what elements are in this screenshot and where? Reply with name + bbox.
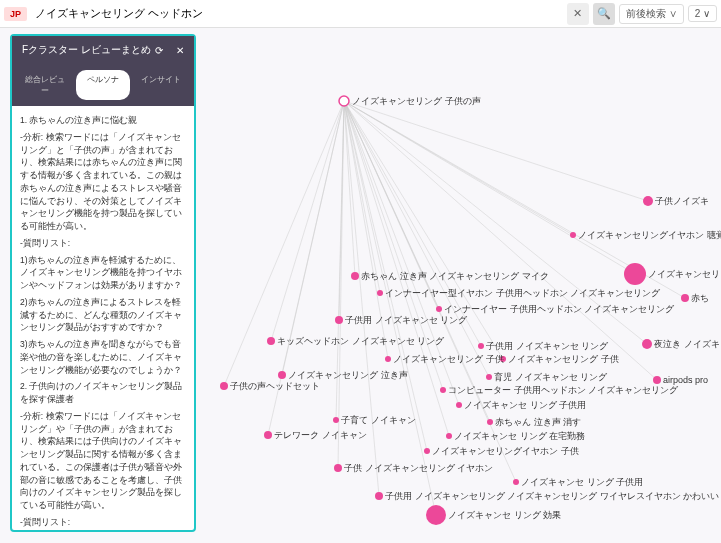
svg-point-50	[478, 343, 484, 349]
svg-point-66	[456, 402, 462, 408]
graph-node[interactable]: ノイズキャンセ リング 効果	[426, 505, 561, 525]
panel-text: 2. 子供向けのノイズキャンセリング製品を探す保護者	[20, 380, 186, 406]
graph-node[interactable]: 夜泣き ノイズキ	[642, 339, 720, 349]
svg-text:キッズヘッドホン ノイズキャンセ リング: キッズヘッドホン ノイズキャンセ リング	[277, 336, 445, 346]
graph-node[interactable]: 赤ち	[681, 293, 709, 303]
graph-node[interactable]: 子供用 ノイズキャンセ リング	[335, 315, 468, 325]
graph-node[interactable]: 赤ちゃん 泣き声 ノイズキャンセリング マイク	[351, 271, 549, 281]
svg-text:ノイズキャンセリング 泣き声: ノイズキャンセリング 泣き声	[288, 370, 408, 380]
panel-text: 1. 赤ちゃんの泣き声に悩む親	[20, 114, 186, 127]
svg-point-38	[681, 294, 689, 302]
graph-node[interactable]: 赤ちゃん 泣き声 消す	[487, 417, 581, 427]
graph-node[interactable]: 子供用 ノイズキャンセリング ノイズキャンセリング ワイヤレスイヤホン かわいい	[375, 491, 719, 501]
graph-node[interactable]: ノイズキャンセリング 子供	[385, 354, 504, 364]
svg-text:子供の声ヘッドセット: 子供の声ヘッドセット	[230, 381, 320, 391]
search-icon[interactable]: 🔍	[593, 3, 615, 25]
svg-text:ノイズキャンセリング: ノイズキャンセリング	[648, 269, 721, 279]
center-node[interactable]: ノイズキャンセリング 子供の声	[339, 96, 481, 106]
graph-node[interactable]: ノイズキャンセリングイヤホン 聴覚過敏 子供	[570, 230, 721, 240]
svg-text:インナーイヤー型イヤホン 子供用ヘッドホン ノイズキャンセリ: インナーイヤー型イヤホン 子供用ヘッドホン ノイズキャンセリング	[385, 288, 661, 298]
svg-point-58	[278, 371, 286, 379]
svg-text:子育て ノイキャン: 子育て ノイキャン	[341, 415, 416, 425]
svg-text:インナーイヤー 子供用ヘッドホン ノイズキャンセリング: インナーイヤー 子供用ヘッドホン ノイズキャンセリング	[444, 304, 675, 314]
graph-node[interactable]: airpods pro	[653, 375, 708, 385]
graph-node[interactable]: インナーイヤー型イヤホン 子供用ヘッドホン ノイズキャンセリング	[377, 288, 661, 298]
svg-text:ノイズキャンセリング 子供: ノイズキャンセリング 子供	[393, 354, 504, 364]
graph-node[interactable]: 子供ノイズキ	[643, 196, 709, 206]
svg-text:育児 ノイズキャンセ リング: 育児 ノイズキャンセ リング	[494, 372, 608, 382]
graph-node[interactable]: ノイズキャンセリングイヤホン 子供	[424, 446, 579, 456]
svg-point-68	[487, 419, 493, 425]
svg-point-44	[335, 316, 343, 324]
svg-point-48	[267, 337, 275, 345]
svg-text:子供用 ノイズキャンセリング ノイズキャンセリング ワイヤレ: 子供用 ノイズキャンセリング ノイズキャンセリング ワイヤレスイヤホン かわいい	[385, 491, 719, 501]
graph-node[interactable]: コンピューター 子供用ヘッドホン ノイズキャンセリング	[440, 385, 679, 395]
svg-point-64	[440, 387, 446, 393]
refresh-icon[interactable]: ⟳	[155, 45, 163, 56]
topbar: JP ✕ 🔍 前後検索 ∨ 2 ∨	[0, 0, 721, 28]
svg-text:airpods pro: airpods pro	[663, 375, 708, 385]
svg-line-2	[344, 101, 635, 274]
panel-text: 2)赤ちゃんの泣き声によるストレスを軽減するために、どんな種類のノイズキャンセリ…	[20, 296, 186, 334]
graph-node[interactable]: ノイズキャンセ リング 子供用	[456, 400, 586, 410]
graph-node[interactable]: インナーイヤー 子供用ヘッドホン ノイズキャンセリング	[436, 304, 675, 314]
svg-line-3	[344, 101, 355, 276]
graph-node[interactable]: キッズヘッドホン ノイズキャンセ リング	[267, 336, 445, 346]
count-select[interactable]: 2 ∨	[688, 5, 717, 22]
lang-badge[interactable]: JP	[4, 7, 27, 21]
graph-node[interactable]: 子供 ノイズキャンセリング イヤホン	[334, 463, 493, 473]
svg-text:ノイズキャンセ リング 子供用: ノイズキャンセ リング 子供用	[521, 477, 643, 487]
search-input[interactable]	[31, 4, 563, 24]
tab-insight[interactable]: インサイト	[134, 70, 188, 100]
svg-text:子供用 ノイズキャンセ リング: 子供用 ノイズキャンセ リング	[486, 341, 609, 351]
svg-text:ノイズキャンセリング 子供: ノイズキャンセリング 子供	[508, 354, 619, 364]
svg-point-62	[220, 382, 228, 390]
graph-node[interactable]: テレワーク ノイキャン	[264, 430, 367, 440]
close-icon[interactable]: ✕	[176, 45, 184, 56]
graph-node[interactable]: ノイズキャンセリング 泣き声	[278, 370, 408, 380]
svg-point-76	[424, 448, 430, 454]
svg-point-80	[513, 479, 519, 485]
svg-text:ノイズキャンセリング 子供の声: ノイズキャンセリング 子供の声	[352, 96, 481, 106]
svg-point-42	[436, 306, 442, 312]
graph-node[interactable]: 育児 ノイズキャンセ リング	[486, 372, 608, 382]
panel-header: Fクラスター レビューまとめ ⟳ ✕	[12, 36, 194, 64]
graph-node[interactable]: 子供用 ノイズキャンセ リング	[478, 341, 609, 351]
graph-node[interactable]: ノイズキャンセ リング 在宅勤務	[446, 431, 585, 441]
panel-text: 1)赤ちゃんの泣き声を軽減するために、ノイズキャンセリング機能を持つイヤホンやヘ…	[20, 254, 186, 292]
panel-text: -分析: 検索ワードには「ノイズキャンセリング」と「子供の声」が含まれており、検…	[20, 131, 186, 233]
tab-persona[interactable]: ペルソナ	[76, 70, 130, 100]
svg-text:テレワーク ノイキャン: テレワーク ノイキャン	[274, 430, 367, 440]
review-panel: Fクラスター レビューまとめ ⟳ ✕ 総合レビュー ペルソナ インサイト 1. …	[10, 34, 196, 532]
panel-text: 3)赤ちゃんの泣き声を聞きながらでも音楽や他の音を楽しむために、ノイズキャンセリ…	[20, 338, 186, 376]
graph-node[interactable]: 子育て ノイキャン	[333, 415, 416, 425]
clear-icon[interactable]: ✕	[567, 3, 589, 25]
svg-text:赤ち: 赤ち	[691, 293, 709, 303]
context-select[interactable]: 前後検索 ∨	[619, 4, 684, 24]
svg-point-28	[339, 96, 349, 106]
svg-text:コンピューター 子供用ヘッドホン ノイズキャンセリング: コンピューター 子供用ヘッドホン ノイズキャンセリング	[448, 385, 679, 395]
svg-point-32	[570, 232, 576, 238]
svg-line-22	[344, 101, 449, 436]
svg-text:赤ちゃん 泣き声 ノイズキャンセリング マイク: 赤ちゃん 泣き声 ノイズキャンセリング マイク	[361, 271, 549, 281]
svg-line-17	[344, 101, 443, 390]
panel-tabs: 総合レビュー ペルソナ インサイト	[12, 64, 194, 106]
svg-text:ノイズキャンセ リング 効果: ノイズキャンセ リング 効果	[448, 510, 561, 520]
svg-point-72	[264, 431, 272, 439]
svg-point-82	[375, 492, 383, 500]
graph-node[interactable]: ノイズキャンセ リング 子供用	[513, 477, 643, 487]
svg-text:子供ノイズキ: 子供ノイズキ	[655, 196, 709, 206]
svg-text:ノイズキャンセ リング 在宅勤務: ノイズキャンセ リング 在宅勤務	[454, 431, 585, 441]
tab-overall[interactable]: 総合レビュー	[18, 70, 72, 100]
graph-node[interactable]: ノイズキャンセリング 子供	[500, 354, 619, 364]
svg-line-0	[344, 101, 648, 201]
svg-point-56	[653, 376, 661, 384]
svg-point-34	[624, 263, 646, 285]
svg-point-46	[642, 339, 652, 349]
svg-line-9	[271, 101, 344, 341]
graph-node[interactable]: ノイズキャンセリング	[624, 263, 721, 285]
svg-text:ノイズキャンセリングイヤホン 聴覚過敏 子供: ノイズキャンセリングイヤホン 聴覚過敏 子供	[578, 230, 721, 240]
panel-text: -分析: 検索ワードには「ノイズキャンセリング」や「子供の声」が含まれており、検…	[20, 410, 186, 512]
svg-point-54	[385, 356, 391, 362]
graph-node[interactable]: 子供の声ヘッドセット	[220, 381, 320, 391]
